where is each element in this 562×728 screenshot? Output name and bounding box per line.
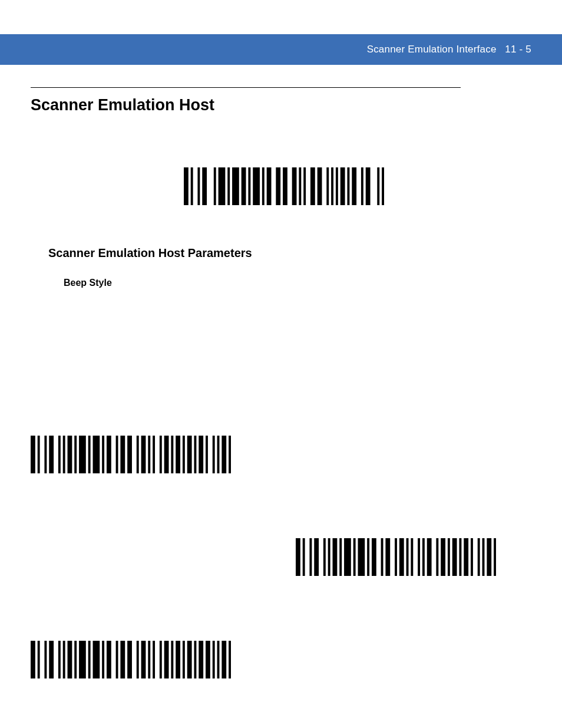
svg-rect-22: [336, 167, 338, 205]
svg-rect-32: [44, 436, 47, 473]
breadcrumb: Scanner Emulation Interface: [367, 44, 497, 55]
svg-rect-102: [68, 641, 72, 678]
svg-rect-16: [299, 167, 301, 205]
svg-rect-17: [303, 167, 306, 205]
svg-rect-33: [49, 436, 54, 473]
svg-rect-26: [361, 167, 363, 205]
barcode-beep-style-option-2: [296, 538, 531, 576]
svg-rect-12: [267, 167, 272, 205]
svg-rect-46: [137, 436, 139, 473]
svg-rect-111: [127, 641, 132, 678]
svg-rect-3: [202, 167, 207, 205]
svg-rect-9: [248, 167, 250, 205]
svg-rect-108: [107, 641, 111, 678]
svg-rect-123: [199, 641, 203, 678]
svg-rect-53: [176, 436, 180, 473]
section-rule: [31, 87, 461, 88]
barcode-icon: [31, 641, 231, 678]
svg-rect-70: [339, 538, 342, 576]
svg-rect-47: [141, 436, 146, 473]
svg-rect-127: [222, 641, 226, 678]
svg-rect-95: [494, 538, 496, 576]
svg-rect-63: [296, 538, 300, 576]
svg-rect-31: [38, 436, 40, 473]
svg-rect-15: [292, 167, 297, 205]
svg-rect-37: [74, 436, 77, 473]
svg-rect-118: [171, 641, 173, 678]
svg-rect-96: [31, 641, 35, 678]
barcode-scanner-emulation-host: [184, 167, 531, 205]
barcode-icon: [184, 167, 384, 205]
svg-rect-82: [418, 538, 420, 576]
svg-rect-61: [222, 436, 226, 473]
svg-rect-86: [441, 538, 445, 576]
barcode-icon: [296, 538, 496, 576]
svg-rect-1: [191, 167, 193, 205]
svg-rect-112: [137, 641, 139, 678]
svg-rect-113: [141, 641, 146, 678]
svg-rect-25: [352, 167, 356, 205]
svg-rect-84: [427, 538, 432, 576]
svg-rect-116: [160, 641, 162, 678]
svg-rect-114: [148, 641, 150, 678]
svg-rect-106: [93, 641, 100, 678]
svg-rect-21: [331, 167, 333, 205]
svg-rect-19: [318, 167, 322, 205]
svg-rect-38: [79, 436, 86, 473]
svg-rect-39: [88, 436, 91, 473]
svg-rect-42: [107, 436, 111, 473]
svg-rect-34: [58, 436, 61, 473]
svg-rect-104: [79, 641, 86, 678]
section-heading: Scanner Emulation Host Parameters: [48, 246, 531, 260]
svg-rect-69: [333, 538, 338, 576]
svg-rect-41: [102, 436, 104, 473]
svg-rect-83: [422, 538, 425, 576]
svg-rect-88: [452, 538, 457, 576]
svg-rect-23: [340, 167, 345, 205]
svg-rect-85: [436, 538, 438, 576]
svg-rect-79: [399, 538, 404, 576]
svg-rect-121: [187, 641, 192, 678]
svg-rect-128: [229, 641, 231, 678]
svg-rect-99: [49, 641, 54, 678]
svg-rect-89: [459, 538, 461, 576]
svg-rect-90: [464, 538, 468, 576]
svg-rect-98: [44, 641, 47, 678]
svg-rect-81: [411, 538, 413, 576]
svg-rect-119: [176, 641, 180, 678]
svg-rect-4: [214, 167, 216, 205]
svg-rect-126: [217, 641, 220, 678]
svg-rect-110: [120, 641, 125, 678]
svg-rect-58: [206, 436, 208, 473]
svg-rect-93: [482, 538, 485, 576]
svg-rect-0: [184, 167, 189, 205]
svg-rect-103: [74, 641, 77, 678]
svg-rect-52: [171, 436, 173, 473]
svg-rect-49: [153, 436, 155, 473]
svg-rect-40: [93, 436, 100, 473]
svg-rect-91: [471, 538, 473, 576]
svg-rect-27: [366, 167, 371, 205]
svg-rect-87: [448, 538, 450, 576]
svg-rect-20: [326, 167, 329, 205]
svg-rect-107: [102, 641, 104, 678]
header-band: Scanner Emulation Interface 11 - 5: [0, 34, 562, 65]
svg-rect-62: [229, 436, 231, 473]
svg-rect-54: [183, 436, 185, 473]
svg-rect-76: [381, 538, 384, 576]
svg-rect-109: [116, 641, 118, 678]
svg-rect-94: [487, 538, 491, 576]
svg-rect-36: [68, 436, 72, 473]
header-text: Scanner Emulation Interface 11 - 5: [367, 44, 531, 55]
svg-rect-105: [88, 641, 91, 678]
svg-rect-29: [382, 167, 384, 205]
svg-rect-7: [232, 167, 239, 205]
svg-rect-117: [164, 641, 169, 678]
svg-rect-10: [253, 167, 260, 205]
svg-rect-80: [406, 538, 409, 576]
svg-rect-14: [283, 167, 287, 205]
svg-rect-13: [276, 167, 280, 205]
svg-rect-57: [199, 436, 203, 473]
svg-rect-97: [38, 641, 40, 678]
svg-rect-18: [310, 167, 315, 205]
